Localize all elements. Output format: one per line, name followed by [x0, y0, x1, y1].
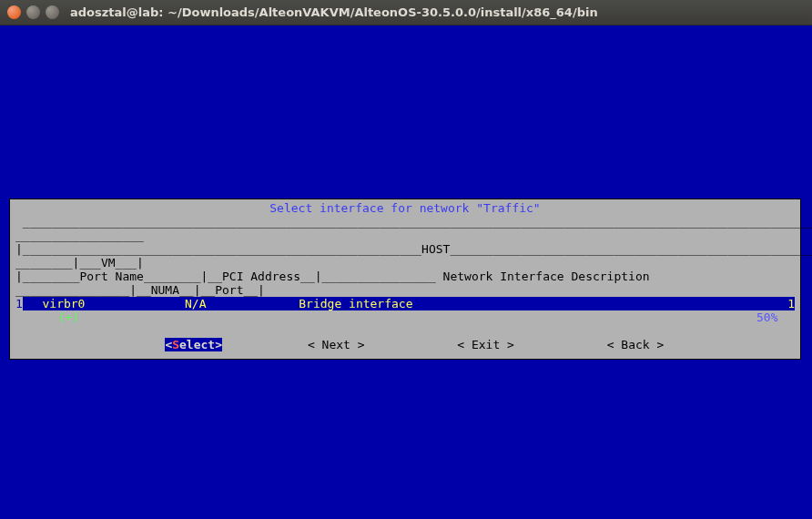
window-controls: [7, 5, 59, 19]
terminal-area: Select interface for network "Traffic" _…: [0, 25, 812, 519]
header-line4: |________Port Name________|__PCI Address…: [15, 270, 795, 283]
row-index-left: 1: [15, 297, 23, 310]
row-port-name: virbr0: [42, 297, 85, 310]
row-pci: N/A: [185, 297, 206, 310]
row-index-right: 1: [787, 297, 795, 310]
scroll-percent: 50%: [756, 310, 777, 324]
header-line1: __________________: [15, 229, 795, 242]
header-line3: ________|___VM___|: [15, 256, 795, 270]
close-icon[interactable]: [7, 5, 21, 19]
dialog-box: Select interface for network "Traffic" _…: [9, 198, 801, 360]
window-title: adosztal@lab: ~/Downloads/AlteonVAKVM/Al…: [70, 5, 598, 19]
row-desc: Bridge interface: [299, 297, 412, 310]
legend-plus: (+): [58, 310, 79, 324]
header-rule: ________________________________________…: [15, 215, 795, 229]
dialog-title: Select interface for network "Traffic": [15, 201, 795, 215]
interface-row[interactable]: 1 virbr0 N/A Bridge interface 1: [15, 297, 795, 310]
back-button[interactable]: < Back >: [607, 338, 665, 351]
legend-line: (+) 50%: [15, 310, 795, 324]
window-titlebar: adosztal@lab: ~/Downloads/AlteonVAKVM/Al…: [0, 0, 812, 25]
button-row: <Select> < Next > < Exit > < Back >: [15, 338, 795, 351]
header-line5: ________________|__NUMA__|__Port__|: [15, 283, 795, 297]
maximize-icon[interactable]: [46, 5, 59, 19]
next-button[interactable]: < Next >: [308, 338, 365, 351]
header-line2: |_______________________________________…: [15, 242, 795, 256]
exit-button[interactable]: < Exit >: [457, 338, 514, 351]
select-button[interactable]: <Select>: [165, 338, 222, 351]
minimize-icon[interactable]: [26, 5, 40, 19]
interface-list[interactable]: 1 virbr0 N/A Bridge interface 1: [15, 297, 795, 310]
